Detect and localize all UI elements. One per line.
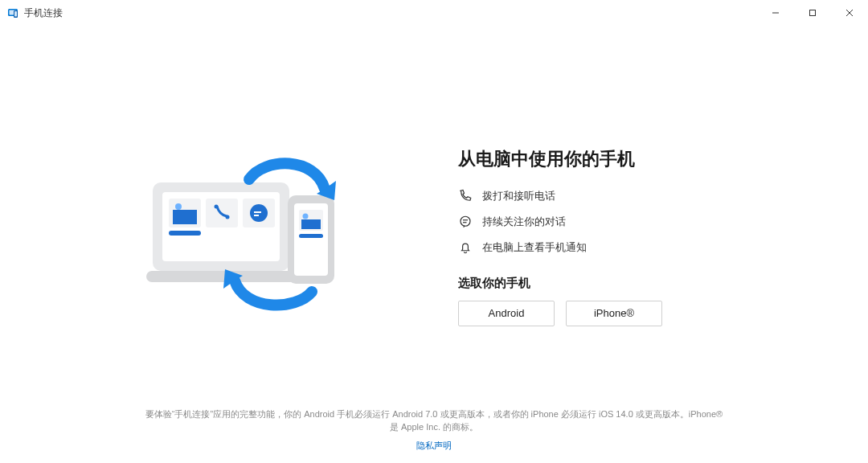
maximize-button[interactable] [794,0,831,26]
svg-point-16 [215,205,219,209]
page-heading: 从电脑中使用你的手机 [458,147,723,171]
svg-point-17 [226,215,230,219]
phone-icon [458,189,473,203]
svg-rect-3 [14,11,17,17]
svg-point-13 [175,203,182,210]
titlebar: 手机连接 [0,0,868,26]
android-button[interactable]: Android [458,301,555,326]
svg-rect-21 [254,215,259,216]
svg-rect-27 [299,234,323,238]
chat-icon [458,215,473,229]
iphone-button[interactable]: iPhone® [566,301,662,326]
svg-rect-5 [810,10,816,16]
svg-point-26 [303,214,309,219]
svg-rect-25 [301,219,321,229]
bell-icon [458,240,473,255]
minimize-button[interactable] [757,0,794,26]
svg-rect-12 [173,210,197,224]
window-controls [757,0,868,26]
feature-label: 持续关注你的对话 [482,215,566,229]
feature-messages: 持续关注你的对话 [458,215,723,229]
select-phone-heading: 选取你的手机 [458,276,723,291]
feature-calls: 拨打和接听电话 [458,189,723,203]
phone-link-illustration [145,150,354,314]
app-icon [6,6,19,19]
feature-notifications: 在电脑上查看手机通知 [458,240,723,255]
footer-text: 要体验“手机连接”应用的完整功能，你的 Android 手机必须运行 Andro… [145,409,723,432]
footer: 要体验“手机连接”应用的完整功能，你的 Android 手机必须运行 Andro… [0,408,868,453]
svg-point-30 [461,216,470,226]
app-title: 手机连接 [24,6,63,20]
close-button[interactable] [831,0,868,26]
svg-rect-14 [169,231,201,236]
phone-choice-row: Android iPhone® [458,301,723,326]
feature-label: 在电脑上查看手机通知 [482,240,587,255]
main-content: 从电脑中使用你的手机 拨打和接听电话 持续关注你的对话 [0,26,868,463]
feature-label: 拨打和接听电话 [482,189,555,203]
svg-rect-20 [254,211,261,213]
privacy-link[interactable]: 隐私声明 [145,439,723,453]
onboarding-panel: 从电脑中使用你的手机 拨打和接听电话 持续关注你的对话 [458,147,723,326]
svg-rect-10 [146,271,296,282]
